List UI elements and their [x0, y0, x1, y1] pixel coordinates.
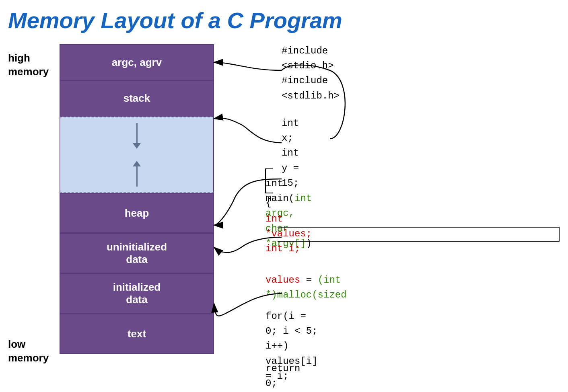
arrow-down-icon	[133, 123, 141, 149]
segment-text: text	[60, 314, 214, 354]
memory-diagram: argc, agrv stack heap uninitialized data…	[60, 44, 214, 354]
segment-initialized-data: initialized data	[60, 273, 214, 314]
code-declarations: int *values; int i;	[265, 211, 312, 257]
malloc-box	[278, 227, 559, 241]
page-title: Memory Layout of a C Program	[8, 7, 342, 33]
code-brace-open: {	[265, 195, 271, 210]
code-includes: #include <stdio.h>#include <stdlib.h>	[282, 43, 340, 103]
code-malloc: values = (int *)malloc(sized	[265, 273, 347, 302]
segment-argc-argv: argc, agrv	[60, 44, 214, 80]
segment-stack: stack	[60, 80, 214, 117]
arrow-xy-to-stack	[214, 118, 282, 143]
arrow-up-icon	[133, 161, 141, 187]
code-return: return 0;	[265, 361, 300, 391]
high-memory-label: highmemory	[8, 51, 49, 79]
arrow-include-to-argc	[214, 62, 282, 70]
segment-uninitialized-data: uninitialized data	[60, 233, 214, 273]
segment-free-space	[60, 117, 214, 193]
low-memory-label: lowmemory	[8, 338, 49, 365]
segment-heap: heap	[60, 193, 214, 233]
